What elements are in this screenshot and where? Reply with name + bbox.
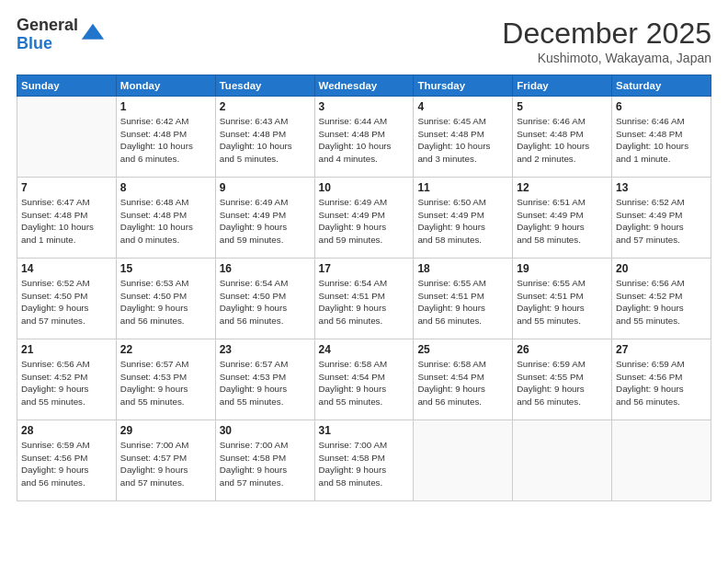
calendar-cell: 5Sunrise: 6:46 AMSunset: 4:48 PMDaylight… bbox=[513, 97, 612, 178]
day-detail: Sunrise: 6:57 AMSunset: 4:53 PMDaylight:… bbox=[120, 358, 211, 408]
weekday-wednesday: Wednesday bbox=[314, 75, 414, 97]
weekday-saturday: Saturday bbox=[612, 75, 711, 97]
day-number: 15 bbox=[120, 262, 211, 275]
calendar-cell: 26Sunrise: 6:59 AMSunset: 4:55 PMDayligh… bbox=[513, 339, 612, 420]
day-detail: Sunrise: 6:54 AMSunset: 4:51 PMDaylight:… bbox=[319, 277, 410, 327]
calendar-cell: 23Sunrise: 6:57 AMSunset: 4:53 PMDayligh… bbox=[215, 339, 314, 420]
day-detail: Sunrise: 6:52 AMSunset: 4:49 PMDaylight:… bbox=[616, 196, 707, 247]
day-detail: Sunrise: 6:46 AMSunset: 4:48 PMDaylight:… bbox=[616, 115, 707, 166]
logo-icon bbox=[80, 22, 106, 48]
calendar-cell: 21Sunrise: 6:56 AMSunset: 4:52 PMDayligh… bbox=[17, 339, 117, 420]
day-number: 27 bbox=[616, 343, 707, 356]
day-detail: Sunrise: 6:48 AMSunset: 4:48 PMDaylight:… bbox=[120, 196, 211, 247]
day-number: 6 bbox=[616, 100, 707, 113]
day-number: 11 bbox=[417, 181, 508, 194]
title-section: December 2025 Kushimoto, Wakayama, Japan bbox=[502, 17, 711, 65]
calendar-cell: 11Sunrise: 6:50 AMSunset: 4:49 PMDayligh… bbox=[414, 178, 513, 259]
day-number: 5 bbox=[517, 100, 608, 113]
day-detail: Sunrise: 6:49 AMSunset: 4:49 PMDaylight:… bbox=[319, 196, 410, 247]
day-number: 30 bbox=[220, 424, 311, 437]
calendar-cell: 7Sunrise: 6:47 AMSunset: 4:48 PMDaylight… bbox=[17, 178, 117, 259]
calendar-cell: 24Sunrise: 6:58 AMSunset: 4:54 PMDayligh… bbox=[314, 339, 414, 420]
weekday-monday: Monday bbox=[116, 75, 215, 97]
day-number: 26 bbox=[517, 343, 608, 356]
weekday-tuesday: Tuesday bbox=[215, 75, 314, 97]
calendar-cell: 16Sunrise: 6:54 AMSunset: 4:50 PMDayligh… bbox=[215, 259, 314, 339]
location: Kushimoto, Wakayama, Japan bbox=[502, 51, 711, 65]
day-number: 25 bbox=[417, 343, 508, 356]
logo-blue: Blue bbox=[17, 34, 52, 52]
day-number: 17 bbox=[319, 262, 410, 275]
day-number: 12 bbox=[517, 181, 608, 194]
day-number: 14 bbox=[21, 262, 112, 275]
week-row-4: 28Sunrise: 6:59 AMSunset: 4:56 PMDayligh… bbox=[17, 420, 711, 501]
day-detail: Sunrise: 6:42 AMSunset: 4:48 PMDaylight:… bbox=[120, 115, 211, 166]
calendar: SundayMondayTuesdayWednesdayThursdayFrid… bbox=[17, 75, 711, 501]
calendar-cell: 15Sunrise: 6:53 AMSunset: 4:50 PMDayligh… bbox=[116, 259, 215, 339]
day-number: 18 bbox=[417, 262, 508, 275]
day-detail: Sunrise: 6:51 AMSunset: 4:49 PMDaylight:… bbox=[517, 196, 608, 247]
day-number: 19 bbox=[517, 262, 608, 275]
day-number: 23 bbox=[220, 343, 311, 356]
weekday-row: SundayMondayTuesdayWednesdayThursdayFrid… bbox=[17, 75, 711, 97]
calendar-cell: 14Sunrise: 6:52 AMSunset: 4:50 PMDayligh… bbox=[17, 259, 117, 339]
day-detail: Sunrise: 6:50 AMSunset: 4:49 PMDaylight:… bbox=[417, 196, 508, 247]
calendar-cell: 2Sunrise: 6:43 AMSunset: 4:48 PMDaylight… bbox=[215, 97, 314, 178]
calendar-body: 1Sunrise: 6:42 AMSunset: 4:48 PMDaylight… bbox=[17, 97, 711, 501]
day-number: 10 bbox=[319, 181, 410, 194]
calendar-cell: 17Sunrise: 6:54 AMSunset: 4:51 PMDayligh… bbox=[314, 259, 414, 339]
day-number: 13 bbox=[616, 181, 707, 194]
day-detail: Sunrise: 6:55 AMSunset: 4:51 PMDaylight:… bbox=[417, 277, 508, 327]
calendar-cell: 1Sunrise: 6:42 AMSunset: 4:48 PMDaylight… bbox=[116, 97, 215, 178]
week-row-0: 1Sunrise: 6:42 AMSunset: 4:48 PMDaylight… bbox=[17, 97, 711, 178]
calendar-cell: 18Sunrise: 6:55 AMSunset: 4:51 PMDayligh… bbox=[414, 259, 513, 339]
day-number: 2 bbox=[220, 100, 311, 113]
weekday-friday: Friday bbox=[513, 75, 612, 97]
day-detail: Sunrise: 6:57 AMSunset: 4:53 PMDaylight:… bbox=[220, 358, 311, 408]
calendar-cell: 30Sunrise: 7:00 AMSunset: 4:58 PMDayligh… bbox=[215, 420, 314, 501]
day-detail: Sunrise: 6:58 AMSunset: 4:54 PMDaylight:… bbox=[417, 358, 508, 408]
day-detail: Sunrise: 6:47 AMSunset: 4:48 PMDaylight:… bbox=[21, 196, 112, 247]
day-number: 8 bbox=[120, 181, 211, 194]
day-detail: Sunrise: 6:44 AMSunset: 4:48 PMDaylight:… bbox=[319, 115, 410, 166]
calendar-cell: 6Sunrise: 6:46 AMSunset: 4:48 PMDaylight… bbox=[612, 97, 711, 178]
week-row-3: 21Sunrise: 6:56 AMSunset: 4:52 PMDayligh… bbox=[17, 339, 711, 420]
svg-marker-0 bbox=[82, 24, 104, 40]
day-detail: Sunrise: 7:00 AMSunset: 4:58 PMDaylight:… bbox=[220, 439, 311, 489]
day-detail: Sunrise: 6:46 AMSunset: 4:48 PMDaylight:… bbox=[517, 115, 608, 166]
day-number: 31 bbox=[319, 424, 410, 437]
day-number: 4 bbox=[417, 100, 508, 113]
day-number: 9 bbox=[220, 181, 311, 194]
month-title: December 2025 bbox=[502, 17, 711, 51]
calendar-cell: 28Sunrise: 6:59 AMSunset: 4:56 PMDayligh… bbox=[17, 420, 117, 501]
calendar-cell: 13Sunrise: 6:52 AMSunset: 4:49 PMDayligh… bbox=[612, 178, 711, 259]
calendar-cell: 19Sunrise: 6:55 AMSunset: 4:51 PMDayligh… bbox=[513, 259, 612, 339]
day-number: 29 bbox=[120, 424, 211, 437]
calendar-cell: 22Sunrise: 6:57 AMSunset: 4:53 PMDayligh… bbox=[116, 339, 215, 420]
day-detail: Sunrise: 6:53 AMSunset: 4:50 PMDaylight:… bbox=[120, 277, 211, 327]
day-detail: Sunrise: 6:59 AMSunset: 4:56 PMDaylight:… bbox=[21, 439, 112, 489]
calendar-cell: 4Sunrise: 6:45 AMSunset: 4:48 PMDaylight… bbox=[414, 97, 513, 178]
day-number: 7 bbox=[21, 181, 112, 194]
calendar-cell bbox=[612, 420, 711, 501]
week-row-1: 7Sunrise: 6:47 AMSunset: 4:48 PMDaylight… bbox=[17, 178, 711, 259]
calendar-cell: 27Sunrise: 6:59 AMSunset: 4:56 PMDayligh… bbox=[612, 339, 711, 420]
day-detail: Sunrise: 6:59 AMSunset: 4:55 PMDaylight:… bbox=[517, 358, 608, 408]
day-detail: Sunrise: 6:43 AMSunset: 4:48 PMDaylight:… bbox=[220, 115, 311, 166]
calendar-cell: 3Sunrise: 6:44 AMSunset: 4:48 PMDaylight… bbox=[314, 97, 414, 178]
calendar-cell: 31Sunrise: 7:00 AMSunset: 4:58 PMDayligh… bbox=[314, 420, 414, 501]
day-detail: Sunrise: 6:59 AMSunset: 4:56 PMDaylight:… bbox=[616, 358, 707, 408]
calendar-cell: 29Sunrise: 7:00 AMSunset: 4:57 PMDayligh… bbox=[116, 420, 215, 501]
calendar-cell: 10Sunrise: 6:49 AMSunset: 4:49 PMDayligh… bbox=[314, 178, 414, 259]
calendar-cell bbox=[17, 97, 117, 178]
calendar-cell: 25Sunrise: 6:58 AMSunset: 4:54 PMDayligh… bbox=[414, 339, 513, 420]
weekday-thursday: Thursday bbox=[414, 75, 513, 97]
day-detail: Sunrise: 6:54 AMSunset: 4:50 PMDaylight:… bbox=[220, 277, 311, 327]
calendar-cell bbox=[414, 420, 513, 501]
day-detail: Sunrise: 6:52 AMSunset: 4:50 PMDaylight:… bbox=[21, 277, 112, 327]
header: General Blue December 2025 Kushimoto, Wa… bbox=[17, 17, 711, 65]
calendar-cell: 12Sunrise: 6:51 AMSunset: 4:49 PMDayligh… bbox=[513, 178, 612, 259]
day-number: 20 bbox=[616, 262, 707, 275]
day-detail: Sunrise: 6:45 AMSunset: 4:48 PMDaylight:… bbox=[417, 115, 508, 166]
day-detail: Sunrise: 6:58 AMSunset: 4:54 PMDaylight:… bbox=[319, 358, 410, 408]
